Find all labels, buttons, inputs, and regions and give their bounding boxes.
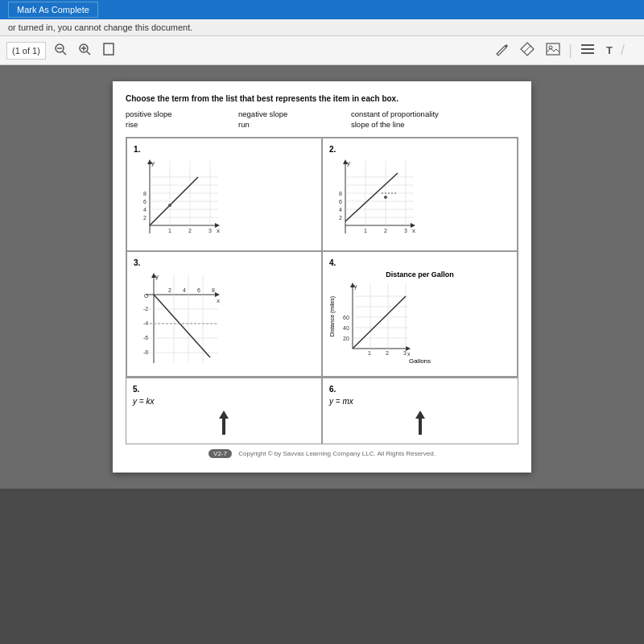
instructions: Choose the term from the list that best …: [126, 94, 518, 103]
svg-line-108: [353, 296, 406, 349]
problem-grid: 1. y x: [126, 137, 518, 378]
svg-text:6: 6: [339, 199, 342, 204]
pen-tool-button[interactable]: [491, 40, 512, 60]
cell-5: 5. y = kx: [126, 378, 322, 444]
warning-text: or turned in, you cannot change this doc…: [8, 23, 192, 32]
highlight-button[interactable]: [517, 40, 538, 60]
svg-text:2: 2: [384, 228, 387, 233]
svg-text:-8: -8: [143, 349, 148, 355]
copyright-text: Copyright © by Savvas Learning Company L…: [238, 450, 436, 457]
svg-rect-110: [222, 419, 225, 435]
svg-text:4: 4: [339, 207, 342, 213]
cell-2-graph: y x 2 4 6 8 1 2 3: [329, 157, 418, 242]
cell-4: 4. Distance per Gallon Distance (miles) …: [322, 251, 518, 377]
svg-text:x: x: [412, 227, 415, 234]
cell-6-arrow: [412, 411, 428, 435]
cell-3-number: 3.: [134, 258, 315, 267]
term-positive-slope: positive slope: [126, 109, 230, 118]
warning-bar: or turned in, you cannot change this doc…: [0, 19, 644, 36]
toolbar: (1 of 1) | T /: [0, 36, 644, 65]
svg-text:6: 6: [143, 199, 147, 204]
cell-3: 3. y x O 2 4 6 8: [126, 251, 322, 377]
cell-4-ylabel: Distance (miles): [329, 296, 335, 336]
svg-point-63: [384, 196, 387, 199]
svg-text:x: x: [217, 227, 220, 234]
content-area: Choose the term from the list that best …: [0, 65, 644, 489]
svg-line-9: [524, 46, 530, 52]
zoom-out-button[interactable]: [51, 41, 70, 60]
page-view-button[interactable]: [99, 41, 118, 60]
document: Choose the term from the list that best …: [113, 81, 531, 473]
cell-4-title: Distance per Gallon: [329, 270, 510, 279]
cell-3-graph: y x O 2 4 6 8 -2 -4 -6 -8: [134, 270, 222, 367]
svg-text:3: 3: [403, 350, 407, 356]
cell-5-equation: y = kx: [133, 397, 315, 406]
svg-text:2: 2: [188, 228, 192, 233]
text-button[interactable]: T: [603, 43, 616, 58]
svg-text:x: x: [407, 351, 411, 357]
svg-text:3: 3: [404, 228, 407, 233]
cell-4-graph: y x 20 40 60: [336, 280, 413, 361]
cell-5-number: 5.: [133, 385, 315, 394]
svg-text:O: O: [144, 293, 149, 299]
svg-text:y: y: [347, 159, 350, 167]
svg-rect-7: [104, 43, 114, 55]
svg-text:2: 2: [143, 215, 147, 221]
term-run: run: [238, 120, 343, 129]
svg-text:-6: -6: [143, 335, 148, 341]
cell-2-number: 2.: [329, 145, 510, 154]
cell-6: 6. y = mx: [322, 378, 518, 444]
svg-rect-10: [547, 43, 559, 55]
separator2: /: [621, 42, 625, 59]
bottom-row: 5. y = kx 6. y = mx: [126, 378, 518, 444]
cell-6-number: 6.: [329, 385, 511, 394]
svg-text:8: 8: [339, 191, 342, 196]
svg-text:1: 1: [364, 228, 367, 233]
svg-text:1: 1: [168, 228, 171, 233]
cell-1-number: 1.: [134, 145, 315, 154]
svg-text:x: x: [217, 297, 220, 304]
svg-point-38: [168, 204, 171, 207]
svg-line-86: [154, 295, 210, 357]
svg-text:40: 40: [343, 325, 349, 331]
svg-line-4: [87, 52, 90, 55]
svg-text:6: 6: [197, 287, 200, 293]
svg-text:8: 8: [143, 191, 147, 196]
svg-text:y: y: [155, 273, 159, 280]
svg-text:60: 60: [343, 315, 349, 320]
svg-text:-2: -2: [143, 306, 148, 312]
word-bank: positive slope negative slope constant o…: [126, 109, 518, 129]
svg-text:y: y: [151, 159, 155, 167]
svg-text:y: y: [354, 283, 357, 290]
cell-4-number: 4.: [329, 258, 510, 267]
svg-text:2: 2: [386, 350, 389, 356]
term-constant-proportionality: constant of proportionality: [351, 109, 496, 118]
svg-marker-109: [219, 411, 229, 419]
svg-text:3: 3: [208, 228, 212, 233]
menu-button[interactable]: [577, 40, 598, 60]
svg-text:1: 1: [368, 350, 371, 356]
svg-text:20: 20: [343, 336, 349, 341]
page-info: (1 of 1): [6, 42, 46, 60]
cell-1: 1. y x: [126, 138, 322, 251]
cell-2: 2. y x 2: [322, 138, 518, 251]
footer: V2-7 Copyright © by Savvas Learning Comp…: [126, 444, 518, 460]
svg-line-1: [63, 52, 66, 55]
term-rise: rise: [126, 120, 230, 129]
svg-text:8: 8: [212, 287, 215, 293]
cell-1-graph: y x 2 4 6: [134, 157, 222, 242]
zoom-in-button[interactable]: [75, 41, 94, 60]
cell-5-arrow: [216, 411, 232, 435]
svg-text:2: 2: [168, 287, 171, 293]
svg-line-61: [345, 173, 398, 221]
cell-6-equation: y = mx: [329, 397, 511, 406]
top-bar: Mark As Complete: [0, 0, 644, 19]
svg-text:4: 4: [183, 287, 186, 293]
svg-rect-13: [581, 48, 594, 50]
svg-text:2: 2: [339, 215, 342, 221]
mark-complete-button[interactable]: Mark As Complete: [8, 2, 98, 18]
term-negative-slope: negative slope: [238, 109, 343, 118]
version-badge: V2-7: [208, 449, 232, 458]
svg-text:4: 4: [143, 207, 147, 213]
image-button[interactable]: [543, 40, 564, 60]
